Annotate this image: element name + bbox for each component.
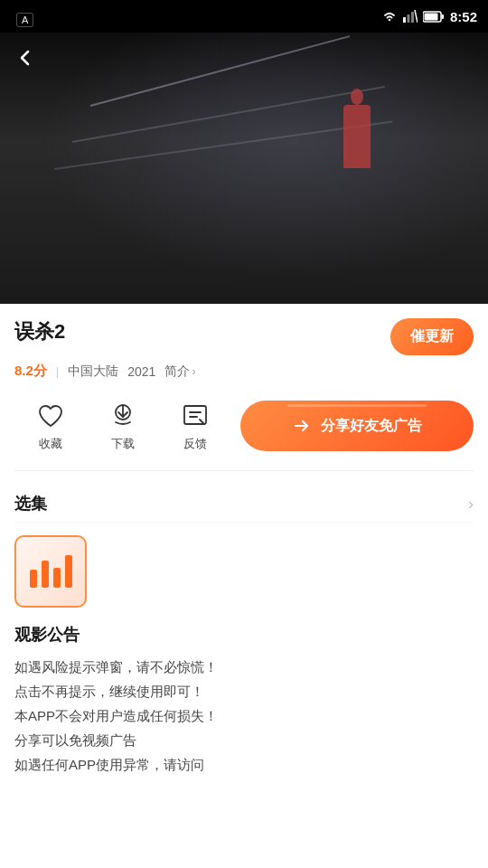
announcement-line-1: 点击不再提示，继续使用即可！ — [14, 684, 204, 699]
movie-title: 误杀2 — [14, 318, 65, 345]
episode-section-title: 选集 — [14, 493, 47, 514]
announcement-line-4: 如遇任何APP使用异常，请访问 — [14, 757, 204, 772]
episode-thumbnail[interactable] — [14, 535, 87, 608]
title-row: 误杀2 催更新 — [14, 318, 474, 355]
intro-chevron-icon: › — [192, 365, 195, 378]
episode-section-chevron-icon: › — [468, 495, 474, 514]
video-scene — [0, 33, 488, 304]
share-ad-text: 分享好友免广告 — [321, 417, 422, 436]
bars-icon — [30, 555, 72, 588]
share-arrow-icon — [292, 415, 314, 437]
collect-label: 收藏 — [39, 436, 62, 452]
bar-1 — [30, 570, 37, 588]
announcement-title: 观影公告 — [14, 624, 474, 646]
status-time: 8:52 — [450, 9, 477, 24]
action-row: 收藏 下载 — [14, 392, 474, 471]
intro-link[interactable]: 简介 › — [164, 363, 195, 380]
battery-icon — [423, 11, 445, 23]
collect-button[interactable]: 收藏 — [14, 392, 87, 459]
signal-icon — [403, 10, 418, 23]
download-icon — [107, 400, 139, 432]
announcement-body: 如遇风险提示弹窗，请不必惊慌！ 点击不再提示，继续使用即可！ 本APP不会对用户… — [14, 655, 474, 777]
announcement-line-3: 分享可以免视频广告 — [14, 732, 136, 748]
back-button[interactable] — [9, 42, 42, 74]
svg-rect-5 — [441, 14, 444, 19]
video-player[interactable] — [0, 33, 488, 304]
wifi-icon — [381, 10, 398, 23]
svg-rect-1 — [407, 14, 409, 23]
movie-region: 中国大陆 — [68, 363, 118, 380]
scene-line-3 — [54, 120, 393, 170]
character-figure — [343, 105, 371, 168]
download-label: 下载 — [111, 436, 135, 452]
svg-line-3 — [415, 10, 418, 23]
movie-title-block: 误杀2 — [14, 318, 65, 345]
announcement-line-0: 如遇风险提示弹窗，请不必惊慌！ — [14, 659, 218, 675]
feedback-label: 反馈 — [183, 436, 207, 452]
episode-section-row[interactable]: 选集 › — [14, 486, 474, 523]
scene-line-2 — [72, 86, 385, 143]
svg-rect-0 — [403, 17, 406, 23]
bar-2 — [42, 561, 49, 588]
content-area: 误杀2 催更新 8.2分 | 中国大陆 2021 简介 › 收藏 — [0, 304, 488, 777]
status-icons: 8:52 — [381, 9, 477, 24]
share-ad-button[interactable]: 分享好友免广告 — [240, 401, 474, 451]
announcement-line-2: 本APP不会对用户造成任何损失！ — [14, 708, 218, 723]
download-button[interactable]: 下载 — [87, 392, 159, 459]
movie-score: 8.2分 — [14, 363, 47, 380]
scene-line-1 — [90, 35, 350, 107]
status-bar: A 8:52 — [0, 0, 488, 33]
svg-rect-9 — [184, 406, 206, 424]
update-button[interactable]: 催更新 — [390, 318, 474, 355]
movie-year: 2021 — [127, 364, 155, 379]
video-background — [0, 33, 488, 304]
svg-rect-2 — [411, 12, 414, 23]
svg-rect-6 — [424, 13, 437, 20]
meta-divider: | — [56, 364, 59, 378]
meta-row: 8.2分 | 中国大陆 2021 简介 › — [14, 363, 474, 380]
heart-icon — [34, 400, 67, 432]
feedback-button[interactable]: 反馈 — [159, 392, 231, 459]
bar-4 — [65, 555, 72, 588]
intro-label: 简介 — [164, 363, 190, 380]
bar-3 — [53, 568, 61, 588]
feedback-icon — [179, 400, 211, 432]
app-label: A — [16, 13, 33, 27]
